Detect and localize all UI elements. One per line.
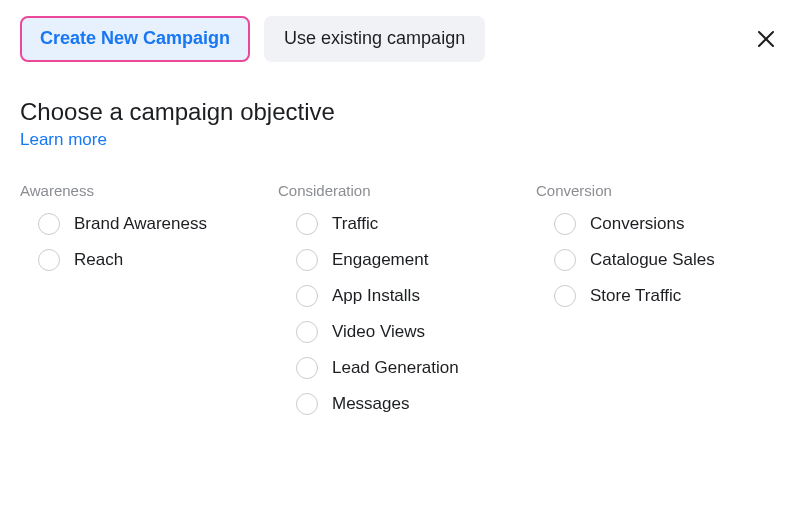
radio-icon	[554, 285, 576, 307]
option-brand-awareness[interactable]: Brand Awareness	[38, 213, 278, 235]
close-button[interactable]	[752, 25, 780, 53]
column-conversion: Conversion Conversions Catalogue Sales S…	[536, 182, 794, 429]
option-reach[interactable]: Reach	[38, 249, 278, 271]
column-header-awareness: Awareness	[20, 182, 278, 199]
option-video-views[interactable]: Video Views	[296, 321, 536, 343]
option-label: Catalogue Sales	[590, 250, 715, 270]
option-store-traffic[interactable]: Store Traffic	[554, 285, 794, 307]
radio-icon	[296, 357, 318, 379]
header-row: Create New Campaign Use existing campaig…	[20, 16, 780, 62]
option-catalogue-sales[interactable]: Catalogue Sales	[554, 249, 794, 271]
radio-icon	[296, 249, 318, 271]
column-awareness: Awareness Brand Awareness Reach	[20, 182, 278, 429]
option-label: Lead Generation	[332, 358, 459, 378]
close-icon	[756, 29, 776, 49]
radio-icon	[554, 249, 576, 271]
option-label: Traffic	[332, 214, 378, 234]
option-app-installs[interactable]: App Installs	[296, 285, 536, 307]
column-consideration: Consideration Traffic Engagement App Ins…	[278, 182, 536, 429]
tab-create-new-campaign[interactable]: Create New Campaign	[20, 16, 250, 62]
objective-columns: Awareness Brand Awareness Reach Consider…	[20, 182, 780, 429]
option-label: Messages	[332, 394, 409, 414]
tab-use-existing-campaign[interactable]: Use existing campaign	[264, 16, 485, 62]
option-label: App Installs	[332, 286, 420, 306]
option-label: Engagement	[332, 250, 428, 270]
option-engagement[interactable]: Engagement	[296, 249, 536, 271]
radio-icon	[554, 213, 576, 235]
radio-icon	[38, 213, 60, 235]
radio-icon	[296, 213, 318, 235]
radio-icon	[296, 321, 318, 343]
column-header-conversion: Conversion	[536, 182, 794, 199]
page-title: Choose a campaign objective	[20, 98, 780, 126]
option-lead-generation[interactable]: Lead Generation	[296, 357, 536, 379]
option-label: Conversions	[590, 214, 685, 234]
option-traffic[interactable]: Traffic	[296, 213, 536, 235]
column-header-consideration: Consideration	[278, 182, 536, 199]
radio-icon	[296, 393, 318, 415]
radio-icon	[296, 285, 318, 307]
option-conversions[interactable]: Conversions	[554, 213, 794, 235]
option-label: Reach	[74, 250, 123, 270]
radio-icon	[38, 249, 60, 271]
option-messages[interactable]: Messages	[296, 393, 536, 415]
option-label: Brand Awareness	[74, 214, 207, 234]
learn-more-link[interactable]: Learn more	[20, 130, 107, 150]
option-label: Video Views	[332, 322, 425, 342]
option-label: Store Traffic	[590, 286, 681, 306]
